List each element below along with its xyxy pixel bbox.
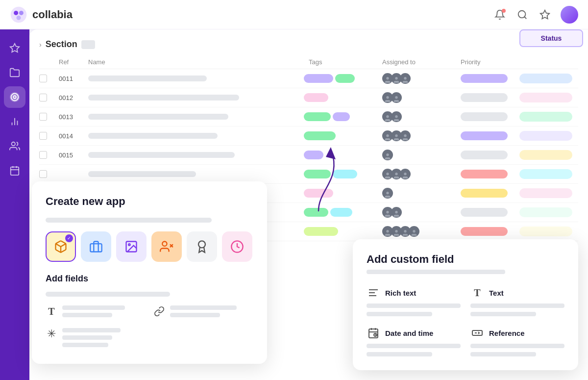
placeholder-bar [46,218,212,223]
svg-point-36 [404,230,406,232]
sidebar-item-projects[interactable] [4,62,25,83]
table-header: Ref Name Tags Assigned to Priority [39,55,578,69]
ref-bar-2 [470,352,536,356]
col-assigned: Assigned to [382,58,461,66]
row-ref: 0015 [59,152,88,159]
sidebar-item-people[interactable] [4,135,25,157]
field-item-link [153,305,253,320]
text-label: Text [489,289,504,297]
text-icon: T [46,305,57,317]
app-icon-person-x[interactable] [151,231,182,262]
sidebar [0,29,29,380]
col-status [519,58,578,66]
date-bar-2 [367,352,432,356]
svg-point-30 [404,173,406,175]
app-icon-image-person[interactable] [116,231,147,262]
rich-text-bar-1 [367,304,461,308]
fields-grid: T ✳ [46,305,253,350]
sidebar-item-views[interactable] [4,86,25,108]
placeholder-bar-2 [46,292,170,297]
date-bar-1 [367,344,461,348]
app-icon-clock[interactable] [222,231,252,262]
favorites-icon[interactable] [538,8,552,22]
custom-field-panel: Add custom field Rich text T [353,239,578,370]
svg-point-3 [17,15,21,20]
notification-icon[interactable] [493,8,507,22]
row-checkbox[interactable] [39,75,47,82]
create-app-title: Create new app [46,195,253,208]
sidebar-item-analytics[interactable] [4,111,25,132]
text-field-icon: T [470,286,484,300]
table-row: 0014 [39,127,578,146]
notification-badge [502,9,506,13]
svg-point-4 [518,10,526,18]
reference-icon [470,326,484,340]
svg-point-28 [386,173,389,175]
svg-point-17 [386,77,389,79]
sidebar-item-schedule[interactable] [4,160,25,181]
svg-point-1 [14,10,18,15]
app-name: collabia [32,8,73,21]
asterisk-icon: ✳ [46,328,57,340]
create-app-panel: Create new app [32,181,267,364]
date-time-label: Date and time [385,329,433,337]
custom-field-title: Add custom field [367,253,564,266]
sidebar-item-favorites[interactable] [4,37,25,59]
row-checkbox[interactable] [39,170,47,178]
row-checkbox[interactable] [39,151,47,159]
link-icon [153,305,165,317]
table-row: 0013 [39,107,578,127]
custom-field-rich-text[interactable]: Rich text [367,286,461,316]
svg-rect-58 [472,330,482,335]
svg-point-45 [198,241,205,248]
svg-marker-5 [540,10,549,18]
svg-point-25 [395,134,397,137]
svg-rect-13 [11,167,19,176]
row-ref: 0014 [59,132,88,140]
rich-text-label: Rich text [385,289,416,297]
section-header: › Section [39,39,578,50]
app-icon-briefcase[interactable] [81,231,111,262]
field-item-text: T [46,305,146,320]
col-priority: Priority [461,58,519,66]
svg-point-18 [395,77,397,79]
svg-point-37 [413,230,415,232]
svg-point-20 [386,96,389,99]
search-icon[interactable] [515,8,529,22]
svg-point-0 [11,6,26,22]
custom-fields-grid: Rich text T Text [367,286,564,356]
row-ref: 0011 [59,75,88,82]
table-row: 0012 [39,88,578,107]
top-navigation: collabia [0,0,588,29]
svg-point-24 [386,134,389,137]
rich-text-bar-2 [367,312,432,316]
section-title: Section [46,39,77,50]
custom-field-reference[interactable]: Reference [470,326,564,356]
svg-point-42 [162,242,167,246]
avatar[interactable] [561,6,578,24]
ref-bar-1 [470,344,564,348]
svg-point-33 [395,211,397,213]
custom-field-date-time[interactable]: Date and time [367,326,461,356]
svg-point-12 [12,142,15,146]
section-chevron-icon[interactable]: › [39,41,42,49]
custom-field-text[interactable]: T Text [470,286,564,316]
row-checkbox[interactable] [39,94,47,101]
field-item-asterisk: ✳ [46,328,146,350]
reference-label: Reference [489,329,525,337]
svg-point-22 [386,115,389,118]
col-ref: Ref [59,58,88,66]
table-row: 0011 [39,69,578,88]
row-checkbox[interactable] [39,113,47,121]
logo-area: collabia [10,6,73,24]
svg-point-26 [404,134,406,137]
row-ref: 0013 [59,113,88,121]
app-icons-row [46,231,253,262]
row-checkbox[interactable] [39,132,47,140]
app-icon-box[interactable] [46,231,76,262]
text-bar-2 [470,312,536,316]
custom-field-subtitle [367,270,505,274]
selected-check [65,234,73,242]
app-icon-badge[interactable] [187,231,217,262]
svg-point-35 [395,230,397,232]
